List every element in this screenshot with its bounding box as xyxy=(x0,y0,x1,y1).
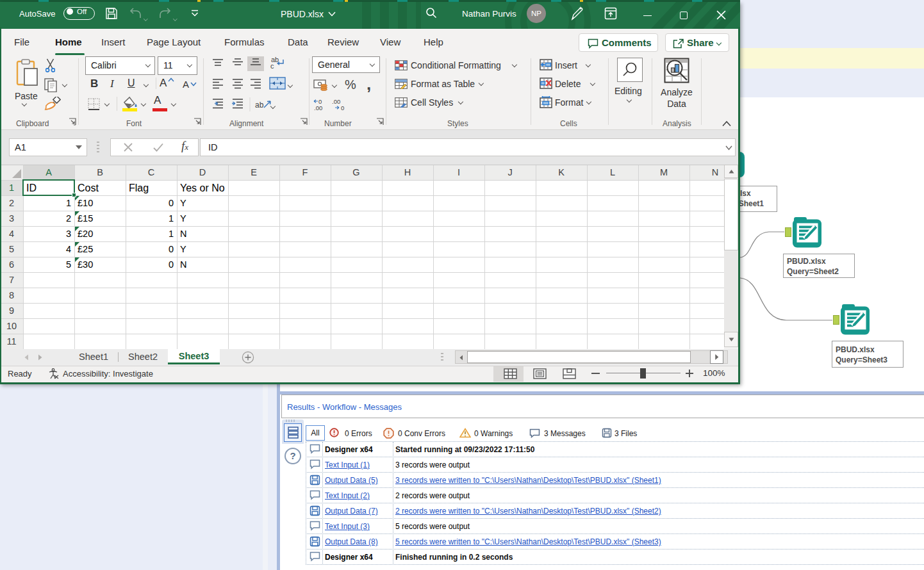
svg-text:4: 4 xyxy=(66,244,71,254)
svg-text:0: 0 xyxy=(169,259,174,270)
svg-text:L: L xyxy=(610,167,615,177)
svg-text:£25: £25 xyxy=(78,244,93,254)
svg-text:Y: Y xyxy=(180,213,186,224)
svg-text:H: H xyxy=(404,167,411,177)
svg-text:£20: £20 xyxy=(78,229,93,239)
svg-text:M: M xyxy=(660,167,668,177)
svg-text:?: ? xyxy=(290,450,295,461)
svg-text:.00: .00 xyxy=(314,104,322,111)
svg-text:1: 1 xyxy=(9,183,14,193)
svg-text:8: 8 xyxy=(9,290,14,300)
svg-text:ab: ab xyxy=(255,101,264,110)
svg-text:K: K xyxy=(558,167,565,177)
svg-text:11: 11 xyxy=(6,336,16,346)
svg-text:£15: £15 xyxy=(78,213,93,224)
svg-text:0: 0 xyxy=(169,198,174,208)
svg-text:N: N xyxy=(712,167,718,177)
svg-text:5: 5 xyxy=(9,244,14,254)
svg-text:2: 2 xyxy=(9,198,14,208)
svg-text:Y: Y xyxy=(180,244,186,254)
svg-text:3: 3 xyxy=(66,229,71,239)
svg-text:N: N xyxy=(180,259,186,270)
svg-text:4: 4 xyxy=(9,229,14,239)
svg-text:6: 6 xyxy=(9,259,14,270)
svg-text:I: I xyxy=(458,167,460,177)
svg-text:5: 5 xyxy=(66,259,71,270)
svg-text:Y: Y xyxy=(180,198,186,208)
svg-text:c: c xyxy=(270,62,274,70)
svg-text:E: E xyxy=(251,167,257,177)
svg-text:2: 2 xyxy=(66,213,71,224)
svg-text:0: 0 xyxy=(341,104,344,111)
svg-text:3: 3 xyxy=(9,213,14,224)
svg-text:J: J xyxy=(507,167,512,177)
svg-text:£10: £10 xyxy=(78,198,93,208)
svg-text:N: N xyxy=(180,229,186,239)
svg-text:1: 1 xyxy=(169,213,174,224)
svg-text:0: 0 xyxy=(169,244,174,254)
svg-text:B: B xyxy=(97,167,103,177)
svg-text:A: A xyxy=(45,167,52,177)
svg-text:G: G xyxy=(352,167,359,177)
svg-text:7: 7 xyxy=(9,275,14,285)
svg-text:9: 9 xyxy=(9,305,14,316)
svg-text:D: D xyxy=(199,167,206,177)
svg-text:10: 10 xyxy=(6,321,17,331)
svg-text:£30: £30 xyxy=(78,259,93,270)
svg-text:1: 1 xyxy=(66,198,71,208)
svg-text:C: C xyxy=(148,167,154,177)
svg-text:F: F xyxy=(302,167,308,177)
svg-text:.00: .00 xyxy=(332,98,340,105)
svg-text:1: 1 xyxy=(169,229,174,239)
